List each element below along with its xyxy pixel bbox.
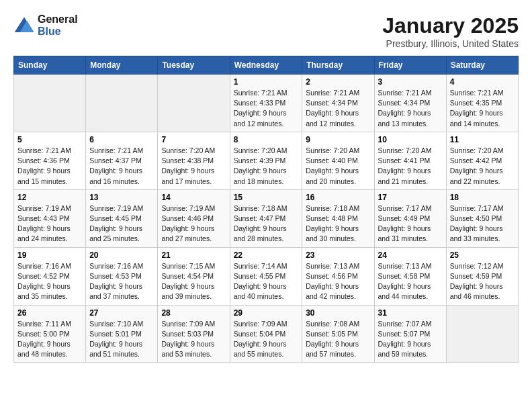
calendar-cell	[14, 75, 86, 132]
calendar-cell: 14Sunrise: 7:19 AM Sunset: 4:46 PM Dayli…	[158, 189, 230, 247]
day-info: Sunrise: 7:16 AM Sunset: 4:52 PM Dayligh…	[17, 261, 82, 302]
day-number: 13	[89, 193, 154, 202]
calendar-cell: 28Sunrise: 7:09 AM Sunset: 5:03 PM Dayli…	[158, 305, 230, 363]
day-number: 21	[161, 250, 226, 260]
day-info: Sunrise: 7:19 AM Sunset: 4:45 PM Dayligh…	[89, 203, 154, 244]
day-number: 19	[17, 250, 82, 260]
day-info: Sunrise: 7:13 AM Sunset: 4:56 PM Dayligh…	[306, 261, 370, 302]
logo: General Blue	[13, 13, 78, 38]
calendar-cell: 8Sunrise: 7:20 AM Sunset: 4:39 PM Daylig…	[230, 132, 302, 189]
calendar-cell	[86, 75, 158, 132]
day-number: 9	[306, 135, 370, 144]
day-header: Sunday	[14, 56, 86, 75]
calendar-cell: 11Sunrise: 7:20 AM Sunset: 4:42 PM Dayli…	[446, 132, 518, 189]
calendar-week: 19Sunrise: 7:16 AM Sunset: 4:52 PM Dayli…	[14, 247, 519, 305]
calendar-cell: 16Sunrise: 7:18 AM Sunset: 4:48 PM Dayli…	[302, 189, 374, 247]
day-header: Saturday	[446, 56, 518, 75]
day-header: Monday	[86, 56, 158, 75]
day-header: Wednesday	[230, 56, 302, 75]
calendar-cell: 6Sunrise: 7:21 AM Sunset: 4:37 PM Daylig…	[86, 132, 158, 189]
day-info: Sunrise: 7:19 AM Sunset: 4:46 PM Dayligh…	[161, 203, 226, 244]
calendar-cell: 26Sunrise: 7:11 AM Sunset: 5:00 PM Dayli…	[14, 305, 86, 363]
day-info: Sunrise: 7:12 AM Sunset: 4:59 PM Dayligh…	[450, 261, 515, 302]
day-header: Thursday	[302, 56, 374, 75]
calendar-cell	[446, 305, 518, 363]
day-info: Sunrise: 7:21 AM Sunset: 4:33 PM Dayligh…	[234, 88, 299, 129]
day-number: 20	[89, 250, 154, 260]
day-info: Sunrise: 7:21 AM Sunset: 4:34 PM Dayligh…	[378, 88, 443, 129]
calendar-cell: 15Sunrise: 7:18 AM Sunset: 4:47 PM Dayli…	[230, 189, 302, 247]
day-number: 10	[378, 135, 443, 144]
calendar-cell: 2Sunrise: 7:21 AM Sunset: 4:34 PM Daylig…	[302, 75, 374, 132]
day-info: Sunrise: 7:14 AM Sunset: 4:55 PM Dayligh…	[234, 261, 299, 302]
day-number: 12	[17, 193, 82, 202]
calendar-cell: 31Sunrise: 7:07 AM Sunset: 5:07 PM Dayli…	[374, 305, 446, 363]
day-number: 6	[89, 135, 154, 144]
day-number: 8	[234, 135, 299, 144]
day-info: Sunrise: 7:21 AM Sunset: 4:36 PM Dayligh…	[17, 146, 82, 187]
day-info: Sunrise: 7:10 AM Sunset: 5:01 PM Dayligh…	[89, 319, 154, 360]
day-number: 16	[306, 193, 370, 202]
calendar-cell: 10Sunrise: 7:20 AM Sunset: 4:41 PM Dayli…	[374, 132, 446, 189]
day-info: Sunrise: 7:20 AM Sunset: 4:42 PM Dayligh…	[450, 146, 515, 187]
calendar-cell: 1Sunrise: 7:21 AM Sunset: 4:33 PM Daylig…	[230, 75, 302, 132]
calendar-cell: 21Sunrise: 7:15 AM Sunset: 4:54 PM Dayli…	[158, 247, 230, 305]
day-header: Tuesday	[158, 56, 230, 75]
calendar-cell: 18Sunrise: 7:17 AM Sunset: 4:50 PM Dayli…	[446, 189, 518, 247]
calendar-cell: 3Sunrise: 7:21 AM Sunset: 4:34 PM Daylig…	[374, 75, 446, 132]
day-info: Sunrise: 7:11 AM Sunset: 5:00 PM Dayligh…	[17, 319, 82, 360]
day-info: Sunrise: 7:09 AM Sunset: 5:03 PM Dayligh…	[161, 319, 226, 360]
calendar-cell: 25Sunrise: 7:12 AM Sunset: 4:59 PM Dayli…	[446, 247, 518, 305]
calendar-cell: 20Sunrise: 7:16 AM Sunset: 4:53 PM Dayli…	[86, 247, 158, 305]
calendar-week: 1Sunrise: 7:21 AM Sunset: 4:33 PM Daylig…	[14, 75, 519, 132]
calendar-cell: 12Sunrise: 7:19 AM Sunset: 4:43 PM Dayli…	[14, 189, 86, 247]
day-info: Sunrise: 7:18 AM Sunset: 4:47 PM Dayligh…	[234, 203, 299, 244]
day-number: 18	[450, 193, 515, 202]
calendar-cell: 24Sunrise: 7:13 AM Sunset: 4:58 PM Dayli…	[374, 247, 446, 305]
day-info: Sunrise: 7:21 AM Sunset: 4:37 PM Dayligh…	[89, 146, 154, 187]
day-number: 27	[89, 308, 154, 318]
calendar-table: SundayMondayTuesdayWednesdayThursdayFrid…	[13, 56, 519, 363]
day-info: Sunrise: 7:17 AM Sunset: 4:50 PM Dayligh…	[450, 203, 515, 244]
calendar-cell: 9Sunrise: 7:20 AM Sunset: 4:40 PM Daylig…	[302, 132, 374, 189]
day-number: 5	[17, 135, 82, 144]
day-info: Sunrise: 7:15 AM Sunset: 4:54 PM Dayligh…	[161, 261, 226, 302]
calendar-cell: 19Sunrise: 7:16 AM Sunset: 4:52 PM Dayli…	[14, 247, 86, 305]
calendar-cell: 23Sunrise: 7:13 AM Sunset: 4:56 PM Dayli…	[302, 247, 374, 305]
day-number: 2	[306, 77, 370, 87]
logo-icon	[13, 16, 35, 35]
day-info: Sunrise: 7:21 AM Sunset: 4:35 PM Dayligh…	[450, 88, 515, 129]
day-info: Sunrise: 7:18 AM Sunset: 4:48 PM Dayligh…	[306, 203, 370, 244]
day-number: 15	[234, 193, 299, 202]
location: Prestbury, Illinois, United States	[382, 38, 519, 49]
day-info: Sunrise: 7:20 AM Sunset: 4:40 PM Dayligh…	[306, 146, 370, 187]
day-number: 23	[306, 250, 370, 260]
day-number: 14	[161, 193, 226, 202]
day-number: 4	[450, 77, 515, 87]
day-number: 25	[450, 250, 515, 260]
calendar-cell: 5Sunrise: 7:21 AM Sunset: 4:36 PM Daylig…	[14, 132, 86, 189]
day-header: Friday	[374, 56, 446, 75]
calendar-cell: 29Sunrise: 7:09 AM Sunset: 5:04 PM Dayli…	[230, 305, 302, 363]
day-number: 31	[378, 308, 443, 318]
calendar-week: 12Sunrise: 7:19 AM Sunset: 4:43 PM Dayli…	[14, 189, 519, 247]
day-number: 28	[161, 308, 226, 318]
day-number: 1	[234, 77, 299, 87]
day-info: Sunrise: 7:20 AM Sunset: 4:41 PM Dayligh…	[378, 146, 443, 187]
day-info: Sunrise: 7:17 AM Sunset: 4:49 PM Dayligh…	[378, 203, 443, 244]
day-headers: SundayMondayTuesdayWednesdayThursdayFrid…	[14, 56, 519, 75]
day-number: 26	[17, 308, 82, 318]
day-number: 30	[306, 308, 370, 318]
day-info: Sunrise: 7:07 AM Sunset: 5:07 PM Dayligh…	[378, 319, 443, 360]
day-number: 22	[234, 250, 299, 260]
calendar-week: 26Sunrise: 7:11 AM Sunset: 5:00 PM Dayli…	[14, 305, 519, 363]
calendar-cell: 30Sunrise: 7:08 AM Sunset: 5:05 PM Dayli…	[302, 305, 374, 363]
day-number: 3	[378, 77, 443, 87]
logo-text: General Blue	[38, 13, 78, 38]
day-number: 24	[378, 250, 443, 260]
calendar-cell: 4Sunrise: 7:21 AM Sunset: 4:35 PM Daylig…	[446, 75, 518, 132]
day-number: 7	[161, 135, 226, 144]
day-info: Sunrise: 7:20 AM Sunset: 4:39 PM Dayligh…	[234, 146, 299, 187]
day-number: 11	[450, 135, 515, 144]
day-info: Sunrise: 7:16 AM Sunset: 4:53 PM Dayligh…	[89, 261, 154, 302]
